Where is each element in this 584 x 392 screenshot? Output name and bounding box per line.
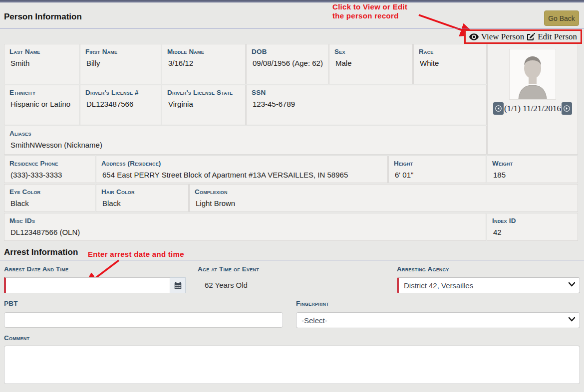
field-label: Height [394,159,481,168]
view-edit-toolbar: View Person Edit Person [464,29,582,44]
arrow-circle-left-icon [495,105,502,112]
person-photo-panel: (1/1) 11/21/2016 [487,44,578,155]
arrest-date-time-group [4,277,186,293]
mugshot-photo [510,49,556,99]
field-last-name: Last Name Smith [4,44,79,84]
field-label: Address (Residence) [101,159,382,168]
comment-textarea[interactable] [4,346,580,384]
field-misc-ids: Misc IDs DL123487566 (OLN) [4,213,486,241]
divider [0,260,584,260]
age-at-event-label: Age at Time of Event [198,265,259,273]
field-value: White [419,58,481,68]
edit-person-label: Edit Person [538,32,577,42]
arresting-agency-select[interactable]: District 42, Versailles [397,277,580,293]
field-index-id: Index ID 42 [487,213,578,241]
arresting-agency-wrap: District 42, Versailles [397,277,580,293]
field-label: Eye Color [9,188,90,196]
arrest-date-time-input[interactable] [4,277,170,293]
fingerprint-wrap: -Select- [296,312,580,328]
field-value: Billy [85,58,156,68]
field-residence-phone: Residence Phone (333)-333-3333 [4,156,95,183]
arresting-agency-label: Arresting Agency [397,265,449,273]
field-first-name: First Name Billy [80,44,161,84]
field-value: 42 [492,227,573,237]
view-person-label: View Person [481,32,524,42]
field-value: (333)-333-3333 [9,170,90,180]
annotation-line: Click to View or Edit [332,2,407,11]
field-value: Black [9,198,90,208]
previous-photo-button[interactable] [493,102,504,115]
view-person-button[interactable]: View Person [469,32,524,42]
field-label: Misc IDs [9,216,481,225]
field-label: Hair Color [101,188,183,196]
field-drivers-license-number: Driver's License # DL123487566 [80,85,161,125]
fingerprint-label: Fingerprint [296,300,329,307]
field-value: DL123487566 (OLN) [9,227,481,237]
field-label: SSN [252,88,481,97]
field-label: Driver's License State [167,88,240,97]
field-value: Black [101,198,183,208]
field-value: 09/08/1956 (Age: 62) [252,58,323,68]
arrest-section-title: Arrest Information [4,247,78,257]
field-value: Smith [9,58,74,68]
field-value: DL123487566 [85,99,156,109]
field-value: 123-45-6789 [252,99,481,109]
comment-label: Comment [4,334,29,342]
page-title: Person Information [4,12,82,22]
person-information-page: Person Information Go Back Click to View… [0,0,584,392]
field-label: First Name [85,47,156,56]
field-value: Male [334,58,407,68]
field-label: Residence Phone [9,159,90,168]
field-value: SmithNWesson (Nickname) [9,140,481,150]
arrow-circle-right-icon [564,105,570,112]
field-label: Sex [334,47,407,56]
field-label: Last Name [9,47,74,56]
field-value: 654 East PERRY Street Block of Apartment… [101,170,382,180]
top-accent-bar [0,0,584,2]
pbt-input[interactable] [4,312,283,328]
field-eye-color: Eye Color Black [4,184,95,212]
person-details-grid: Last Name Smith First Name Billy Middle … [4,44,578,241]
field-value: 185 [492,170,573,180]
field-value: 3/16/12 [167,58,240,68]
photo-caption: (1/1) 11/21/2016 [504,104,561,114]
field-aliases: Aliases SmithNWesson (Nickname) [4,126,487,155]
field-label: Index ID [492,216,573,225]
field-label: Race [419,47,481,56]
field-ssn: SSN 123-45-6789 [246,85,487,125]
field-complexion: Complexion Light Brown [189,184,578,212]
fingerprint-select[interactable]: -Select- [296,312,580,328]
divider [0,28,584,28]
calendar-button[interactable] [170,277,186,293]
next-photo-button[interactable] [562,102,572,115]
field-label: Ethnicity [9,88,74,97]
field-dob: DOB 09/08/1956 (Age: 62) [246,44,328,84]
arrest-date-time-label: Arrest Date And Time [4,265,68,273]
pbt-label: PBT [4,300,18,307]
field-race: Race White [413,44,487,84]
field-value: Virginia [167,99,240,109]
field-height: Height 6' 01" [388,156,486,183]
annotation-view-edit: Click to View or Edit the person record [332,2,407,20]
mugshot-photo-image [510,49,556,99]
field-ethnicity: Ethnicity Hispanic or Latino [4,85,79,125]
age-at-event-value: 62 Years Old [205,281,248,289]
field-label: Complexion [195,188,573,196]
field-address-residence: Address (Residence) 654 East PERRY Stree… [96,156,388,183]
eye-icon [469,33,479,40]
field-hair-color: Hair Color Black [96,184,189,212]
pencil-square-icon [527,33,535,41]
edit-person-button[interactable]: Edit Person [527,32,577,42]
field-middle-name: Middle Name 3/16/12 [162,44,246,84]
field-drivers-license-state: Driver's License State Virginia [162,85,246,125]
field-weight: Weight 185 [487,156,578,183]
go-back-button[interactable]: Go Back [544,10,579,26]
field-sex: Sex Male [329,44,413,84]
calendar-icon [174,282,182,289]
field-value: 6' 01" [394,170,481,180]
field-label: DOB [252,47,323,56]
field-value: Hispanic or Latino [9,99,74,109]
field-value: Light Brown [195,198,573,208]
field-label: Aliases [9,129,481,138]
annotation-line: the person record [332,11,407,20]
